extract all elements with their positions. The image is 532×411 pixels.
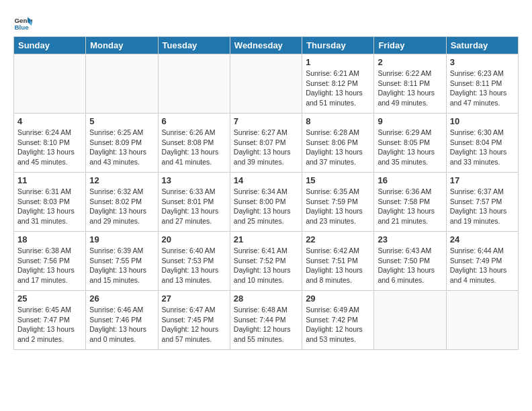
logo: General Blue <box>13 13 35 32</box>
cell-text: Sunrise: 6:41 AMSunset: 7:52 PMDaylight:… <box>234 246 298 285</box>
calendar-cell <box>446 291 518 350</box>
day-number: 9 <box>378 116 442 126</box>
cell-text: Sunrise: 6:32 AMSunset: 8:02 PMDaylight:… <box>89 187 154 226</box>
calendar-week-row: 25Sunrise: 6:45 AMSunset: 7:47 PMDayligh… <box>14 291 519 350</box>
calendar-cell: 21Sunrise: 6:41 AMSunset: 7:52 PMDayligh… <box>230 232 302 291</box>
day-number: 15 <box>306 175 370 185</box>
cell-text: Sunrise: 6:33 AMSunset: 8:01 PMDaylight:… <box>162 187 226 226</box>
calendar-cell: 19Sunrise: 6:39 AMSunset: 7:55 PMDayligh… <box>86 232 158 291</box>
calendar-week-row: 1Sunrise: 6:21 AMSunset: 8:12 PMDaylight… <box>14 54 519 113</box>
day-number: 1 <box>306 57 370 67</box>
calendar-cell: 25Sunrise: 6:45 AMSunset: 7:47 PMDayligh… <box>14 291 86 350</box>
calendar-cell: 24Sunrise: 6:44 AMSunset: 7:49 PMDayligh… <box>446 232 518 291</box>
cell-text: Sunrise: 6:40 AMSunset: 7:53 PMDaylight:… <box>162 246 226 285</box>
day-number: 18 <box>17 234 82 244</box>
day-header-sunday: Sunday <box>14 37 86 54</box>
calendar-cell: 23Sunrise: 6:43 AMSunset: 7:50 PMDayligh… <box>374 232 446 291</box>
cell-text: Sunrise: 6:36 AMSunset: 7:58 PMDaylight:… <box>378 187 442 226</box>
day-number: 23 <box>378 234 442 244</box>
cell-text: Sunrise: 6:24 AMSunset: 8:10 PMDaylight:… <box>17 128 82 167</box>
calendar-cell: 15Sunrise: 6:35 AMSunset: 7:59 PMDayligh… <box>302 173 374 232</box>
day-number: 19 <box>89 234 154 244</box>
day-number: 7 <box>234 116 298 126</box>
calendar-cell: 11Sunrise: 6:31 AMSunset: 8:03 PMDayligh… <box>14 173 86 232</box>
cell-text: Sunrise: 6:26 AMSunset: 8:08 PMDaylight:… <box>162 128 226 167</box>
calendar-cell <box>86 54 158 113</box>
day-number: 10 <box>450 116 515 126</box>
calendar-cell: 5Sunrise: 6:25 AMSunset: 8:09 PMDaylight… <box>86 113 158 173</box>
calendar-cell: 2Sunrise: 6:22 AMSunset: 8:11 PMDaylight… <box>374 54 446 113</box>
day-number: 4 <box>17 116 82 126</box>
cell-text: Sunrise: 6:22 AMSunset: 8:11 PMDaylight:… <box>378 68 442 108</box>
cell-text: Sunrise: 6:42 AMSunset: 7:51 PMDaylight:… <box>306 246 370 285</box>
calendar-cell: 3Sunrise: 6:23 AMSunset: 8:11 PMDaylight… <box>446 54 518 113</box>
cell-text: Sunrise: 6:38 AMSunset: 7:56 PMDaylight:… <box>17 246 82 285</box>
calendar-cell: 12Sunrise: 6:32 AMSunset: 8:02 PMDayligh… <box>86 173 158 232</box>
day-number: 28 <box>234 293 298 304</box>
day-number: 2 <box>378 57 442 67</box>
header: General Blue <box>13 13 519 32</box>
calendar-cell: 4Sunrise: 6:24 AMSunset: 8:10 PMDaylight… <box>14 113 86 173</box>
cell-text: Sunrise: 6:49 AMSunset: 7:42 PMDaylight:… <box>306 305 370 345</box>
day-number: 29 <box>306 293 370 304</box>
calendar-week-row: 4Sunrise: 6:24 AMSunset: 8:10 PMDaylight… <box>14 113 519 173</box>
calendar-cell: 7Sunrise: 6:27 AMSunset: 8:07 PMDaylight… <box>230 113 302 173</box>
day-number: 5 <box>89 116 154 126</box>
cell-text: Sunrise: 6:39 AMSunset: 7:55 PMDaylight:… <box>89 246 154 285</box>
day-number: 26 <box>89 293 154 304</box>
calendar-cell: 8Sunrise: 6:28 AMSunset: 8:06 PMDaylight… <box>302 113 374 173</box>
day-number: 12 <box>89 175 154 185</box>
calendar-cell: 28Sunrise: 6:48 AMSunset: 7:44 PMDayligh… <box>230 291 302 350</box>
cell-text: Sunrise: 6:43 AMSunset: 7:50 PMDaylight:… <box>378 246 442 285</box>
calendar-cell: 6Sunrise: 6:26 AMSunset: 8:08 PMDaylight… <box>158 113 230 173</box>
calendar-cell: 29Sunrise: 6:49 AMSunset: 7:42 PMDayligh… <box>302 291 374 350</box>
day-header-tuesday: Tuesday <box>158 37 230 54</box>
cell-text: Sunrise: 6:48 AMSunset: 7:44 PMDaylight:… <box>234 305 298 345</box>
calendar-table: SundayMondayTuesdayWednesdayThursdayFrid… <box>13 36 519 350</box>
day-number: 6 <box>162 116 226 126</box>
day-header-saturday: Saturday <box>446 37 518 54</box>
day-number: 17 <box>450 175 515 185</box>
cell-text: Sunrise: 6:45 AMSunset: 7:47 PMDaylight:… <box>17 305 82 345</box>
calendar-cell: 13Sunrise: 6:33 AMSunset: 8:01 PMDayligh… <box>158 173 230 232</box>
cell-text: Sunrise: 6:29 AMSunset: 8:05 PMDaylight:… <box>378 128 442 167</box>
calendar-cell: 1Sunrise: 6:21 AMSunset: 8:12 PMDaylight… <box>302 54 374 113</box>
day-number: 11 <box>17 175 82 185</box>
calendar-cell: 27Sunrise: 6:47 AMSunset: 7:45 PMDayligh… <box>158 291 230 350</box>
calendar-cell: 9Sunrise: 6:29 AMSunset: 8:05 PMDaylight… <box>374 113 446 173</box>
calendar-week-row: 18Sunrise: 6:38 AMSunset: 7:56 PMDayligh… <box>14 232 519 291</box>
cell-text: Sunrise: 6:23 AMSunset: 8:11 PMDaylight:… <box>450 68 515 108</box>
svg-text:Blue: Blue <box>14 24 29 31</box>
calendar-cell: 22Sunrise: 6:42 AMSunset: 7:51 PMDayligh… <box>302 232 374 291</box>
cell-text: Sunrise: 6:46 AMSunset: 7:46 PMDaylight:… <box>89 305 154 345</box>
calendar-cell <box>14 54 86 113</box>
calendar-week-row: 11Sunrise: 6:31 AMSunset: 8:03 PMDayligh… <box>14 173 519 232</box>
cell-text: Sunrise: 6:25 AMSunset: 8:09 PMDaylight:… <box>89 128 154 167</box>
calendar-cell: 14Sunrise: 6:34 AMSunset: 8:00 PMDayligh… <box>230 173 302 232</box>
day-number: 13 <box>162 175 226 185</box>
day-header-monday: Monday <box>86 37 158 54</box>
cell-text: Sunrise: 6:28 AMSunset: 8:06 PMDaylight:… <box>306 128 370 167</box>
day-header-wednesday: Wednesday <box>230 37 302 54</box>
day-number: 25 <box>17 293 82 304</box>
calendar-cell <box>374 291 446 350</box>
cell-text: Sunrise: 6:21 AMSunset: 8:12 PMDaylight:… <box>306 68 370 108</box>
day-number: 3 <box>450 57 515 67</box>
day-number: 21 <box>234 234 298 244</box>
cell-text: Sunrise: 6:37 AMSunset: 7:57 PMDaylight:… <box>450 187 515 226</box>
day-number: 20 <box>162 234 226 244</box>
cell-text: Sunrise: 6:27 AMSunset: 8:07 PMDaylight:… <box>234 128 298 167</box>
cell-text: Sunrise: 6:34 AMSunset: 8:00 PMDaylight:… <box>234 187 298 226</box>
cell-text: Sunrise: 6:35 AMSunset: 7:59 PMDaylight:… <box>306 187 370 226</box>
calendar-cell: 17Sunrise: 6:37 AMSunset: 7:57 PMDayligh… <box>446 173 518 232</box>
cell-text: Sunrise: 6:30 AMSunset: 8:04 PMDaylight:… <box>450 128 515 167</box>
calendar-cell: 16Sunrise: 6:36 AMSunset: 7:58 PMDayligh… <box>374 173 446 232</box>
day-number: 22 <box>306 234 370 244</box>
calendar-cell <box>230 54 302 113</box>
day-header-thursday: Thursday <box>302 37 374 54</box>
cell-text: Sunrise: 6:44 AMSunset: 7:49 PMDaylight:… <box>450 246 515 285</box>
calendar-cell: 20Sunrise: 6:40 AMSunset: 7:53 PMDayligh… <box>158 232 230 291</box>
day-number: 27 <box>162 293 226 304</box>
calendar-cell <box>158 54 230 113</box>
day-header-friday: Friday <box>374 37 446 54</box>
